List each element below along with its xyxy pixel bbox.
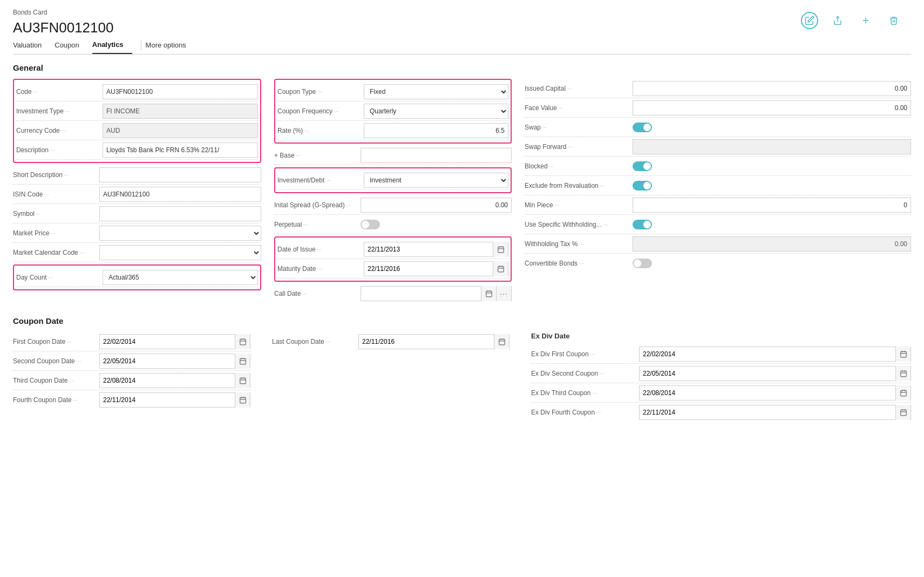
toggle-use-specific-withholding[interactable]: [633, 220, 652, 229]
dots-button-call-date[interactable]: ···: [496, 286, 511, 301]
label-symbol: Symbol: [13, 210, 99, 218]
toggle-exclude-revaluation[interactable]: [633, 181, 652, 191]
field-row-base: + Base: [274, 146, 512, 165]
label-base: + Base: [274, 152, 361, 159]
input-description[interactable]: [103, 142, 258, 158]
input-ex-div-first[interactable]: [640, 348, 895, 360]
select-market-price[interactable]: [99, 226, 261, 241]
calendar-icon-ex-div-third[interactable]: [895, 385, 911, 400]
ex-div-second-wrapper: [639, 366, 911, 381]
select-market-calendar-code[interactable]: [99, 245, 261, 260]
input-initial-spread[interactable]: [361, 198, 512, 213]
toggle-blocked[interactable]: [633, 161, 652, 171]
field-row-day-count: Day Count Actual/365: [16, 268, 258, 287]
highlight-box-coupon: Coupon Type Fixed Coupon Frequency: [274, 79, 512, 144]
ex-div-first-wrapper: [639, 347, 911, 362]
field-row-exclude-revaluation: Exclude from Revaluation: [525, 176, 911, 195]
input-second-coupon-date[interactable]: [100, 355, 235, 367]
label-swap-forward: Swap Forward: [525, 143, 633, 151]
select-coupon-type[interactable]: Fixed: [364, 84, 508, 99]
calendar-icon-fourth-coupon[interactable]: [235, 392, 250, 408]
input-issued-capital[interactable]: [633, 81, 911, 96]
delete-button[interactable]: [885, 12, 902, 29]
input-first-coupon-date[interactable]: [100, 336, 235, 348]
field-row-swap-forward: Swap Forward: [525, 137, 911, 157]
label-investment-type: Investment Type: [16, 107, 103, 115]
select-coupon-frequency[interactable]: Quarterly: [364, 104, 508, 119]
input-rate[interactable]: [364, 123, 508, 138]
input-date-of-issue[interactable]: [364, 243, 493, 255]
coupon-col1: First Coupon Date: [13, 332, 250, 422]
input-last-coupon-date[interactable]: [359, 336, 494, 348]
field-row-fourth-coupon-date: Fourth Coupon Date: [13, 390, 250, 410]
tabs-bar: Valuation Coupon Analytics More options: [13, 36, 911, 55]
input-ex-div-fourth[interactable]: [640, 406, 895, 418]
share-button[interactable]: [829, 12, 846, 29]
label-ex-div-first: Ex Div First Coupon: [531, 350, 639, 358]
tab-coupon[interactable]: Coupon: [55, 37, 88, 53]
field-row-face-value: Face Value: [525, 98, 911, 118]
field-row-ex-div-second: Ex Div Second Coupon: [531, 364, 911, 383]
calendar-icon-ex-div-fourth[interactable]: [895, 405, 911, 420]
toggle-convertible-bonds[interactable]: [633, 259, 652, 268]
input-third-coupon-date[interactable]: [100, 375, 235, 386]
svg-rect-31: [499, 339, 505, 345]
input-base[interactable]: [361, 148, 512, 163]
label-withholding-tax: Withholding Tax %: [525, 240, 633, 248]
field-row-market-calendar-code: Market Calendar Code: [13, 243, 261, 262]
input-face-value[interactable]: [633, 100, 911, 116]
field-row-third-coupon-date: Third Coupon Date: [13, 371, 250, 390]
toggle-perpetual[interactable]: [361, 220, 380, 229]
label-market-price: Market Price: [13, 229, 99, 237]
input-min-piece[interactable]: [633, 198, 911, 213]
field-row-currency-code: Currency Code: [16, 121, 258, 140]
label-investment-debt: Investment/Debt: [277, 177, 364, 184]
ex-div-third-wrapper: [639, 385, 911, 400]
field-row-call-date: Call Date: [274, 284, 512, 303]
input-ex-div-third[interactable]: [640, 387, 895, 399]
input-fourth-coupon-date[interactable]: [100, 394, 235, 406]
input-short-description[interactable]: [99, 167, 261, 182]
label-call-date: Call Date: [274, 290, 361, 297]
input-isin-code[interactable]: [99, 187, 261, 202]
calendar-icon-last-coupon[interactable]: [494, 334, 509, 349]
label-currency-code: Currency Code: [16, 127, 103, 134]
input-code[interactable]: [103, 84, 258, 99]
field-row-withholding-tax: Withholding Tax %: [525, 234, 911, 254]
input-ex-div-second[interactable]: [640, 368, 895, 379]
input-currency-code: [103, 123, 258, 138]
label-last-coupon-date: Last Coupon Date: [272, 338, 358, 345]
calendar-icon-call-date[interactable]: [481, 286, 496, 301]
svg-rect-23: [240, 378, 246, 384]
field-row-maturity-date: Maturity Date: [277, 259, 508, 279]
svg-rect-19: [240, 358, 246, 364]
calendar-icon-ex-div-first[interactable]: [895, 347, 911, 362]
calendar-icon-ex-div-second[interactable]: [895, 366, 911, 381]
field-row-investment-type: Investment Type: [16, 101, 258, 121]
highlight-box-investment-debt: Investment/Debt Investment: [274, 167, 512, 193]
calendar-icon-first-coupon[interactable]: [235, 334, 250, 349]
select-day-count[interactable]: Actual/365: [103, 270, 258, 285]
tab-analytics[interactable]: Analytics: [92, 36, 132, 54]
input-swap-forward: [633, 139, 911, 154]
toggle-swap[interactable]: [633, 123, 652, 132]
input-call-date[interactable]: [361, 288, 481, 300]
tab-more-options[interactable]: More options: [146, 37, 195, 53]
calendar-icon-date-of-issue[interactable]: [493, 242, 508, 257]
tab-valuation[interactable]: Valuation: [13, 37, 50, 53]
field-row-use-specific-withholding: Use Specific Withholding...: [525, 215, 911, 234]
general-title: General: [13, 63, 911, 72]
input-symbol[interactable]: [99, 206, 261, 221]
third-coupon-date-wrapper: [99, 373, 250, 388]
calendar-icon-third-coupon[interactable]: [235, 373, 250, 388]
calendar-icon-second-coupon[interactable]: [235, 354, 250, 369]
add-button[interactable]: [857, 12, 874, 29]
calendar-icon-maturity-date[interactable]: [493, 261, 508, 276]
label-swap: Swap: [525, 124, 633, 131]
select-investment-debt[interactable]: Investment: [364, 173, 508, 188]
field-row-min-piece: Min Piece: [525, 195, 911, 215]
edit-button[interactable]: [801, 12, 818, 29]
general-col1: Code Investment Type Curre: [13, 79, 261, 303]
input-maturity-date[interactable]: [364, 263, 493, 275]
label-third-coupon-date: Third Coupon Date: [13, 377, 99, 384]
